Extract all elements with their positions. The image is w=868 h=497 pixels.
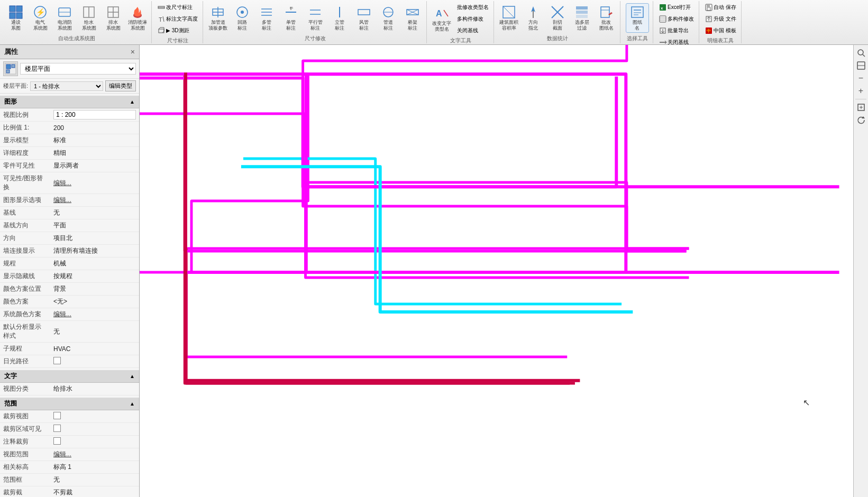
prop-label-analysis-display: 默认分析显示样式 xyxy=(0,321,50,343)
mod-text-type-icon: A xyxy=(434,6,449,21)
prop-row-view-class: 视图分类 给排水 xyxy=(0,383,139,395)
toolbar-btn-water-supply[interactable]: 电消防系统图 xyxy=(53,3,76,33)
mini-btn-minus[interactable]: − xyxy=(855,72,867,84)
toolbar-btn-general-view[interactable]: 通设系图 xyxy=(4,3,28,33)
toolbar-btn-mod-text-type[interactable]: A 改变文字类型名 xyxy=(430,4,453,34)
toolbar-btn-batch-export[interactable]: 批量导出 xyxy=(656,25,697,36)
magenta-path-top-right xyxy=(306,74,626,272)
toolbar-btn-dim-scale[interactable]: 改尺寸标注 xyxy=(155,2,200,13)
toolbar-btn-bridge[interactable]: 桥架标注 xyxy=(401,3,424,33)
toolbar-btn-water-pipe[interactable]: 管道标注 xyxy=(377,3,400,33)
svg-line-82 xyxy=(863,54,865,57)
toolbar-btn-circuit[interactable]: 回路标注 xyxy=(231,3,254,33)
cursor-indicator: ↖ xyxy=(803,398,810,407)
prop-label-scale: 视图比例 xyxy=(0,108,50,122)
btn-label-close-baseline: 关闭基线 xyxy=(457,27,478,34)
toolbar-btn-add-pipe-param[interactable]: 加管道顶板参数 xyxy=(206,3,230,33)
group-label-auto-generate: 自动生成系统图 xyxy=(58,35,95,42)
toolbar-btn-fire[interactable]: 消防喷淋系统图 xyxy=(126,3,149,33)
prop-checkbox-annotation-crop[interactable] xyxy=(53,437,61,445)
prop-value-display-model: 标准 xyxy=(50,134,139,147)
prop-link-sys-color-scheme[interactable]: 编辑... xyxy=(53,310,71,318)
mini-btn-fit[interactable] xyxy=(855,102,867,113)
mini-btn-search[interactable] xyxy=(855,47,867,59)
drainage-icon xyxy=(106,5,121,20)
prop-link-display-options[interactable]: 编辑... xyxy=(53,196,71,204)
btn-label-mod-text-type-name: 批修改类型名 xyxy=(457,4,489,11)
prop-row-detail: 详细程度 精细 xyxy=(0,147,139,160)
btn-label-add-pipe-param: 加管道顶板参数 xyxy=(208,20,227,31)
toolbar-btn-upgrade-file[interactable]: 升级 文件 xyxy=(702,14,739,24)
toolbar-btn-drainage[interactable]: 排水系统图 xyxy=(102,3,125,33)
prop-value-baseline-dir: 平面 xyxy=(50,219,139,232)
final-drawing-svg: ↖ xyxy=(140,45,853,497)
dark-red-path xyxy=(186,74,578,381)
prop-checkbox-sunpath[interactable] xyxy=(53,357,61,364)
btn-label-vertical-pipe: 立管标注 xyxy=(335,20,344,31)
section-header-shape[interactable]: 图形 ▲ xyxy=(0,96,139,108)
prop-row-annotation-crop: 注释裁剪 xyxy=(0,436,139,448)
prop-checkbox-crop-region-visible[interactable] xyxy=(53,425,61,432)
mini-btn-zoom[interactable] xyxy=(855,60,867,71)
svg-line-42 xyxy=(503,6,515,18)
prop-label-crop-region-visible: 裁剪区域可见 xyxy=(0,423,50,436)
btn-label-fire: 消防喷淋系统图 xyxy=(128,20,147,31)
btn-label-multi-control: 多管标注 xyxy=(262,20,271,31)
toolbar-btn-single-pipe[interactable]: m 单管标注 xyxy=(279,3,303,33)
edit-type-btn[interactable]: 编辑类型 xyxy=(105,80,136,91)
prop-link-view-range[interactable]: 编辑... xyxy=(53,450,71,458)
drawing-canvas-area[interactable]: ↖ xyxy=(140,45,853,497)
props-table-shape: 视图比例 比例值 1: 200 显示模型 标准 详细程度 精细 零件可见性 xyxy=(0,108,139,368)
svg-point-81 xyxy=(858,50,863,55)
toolbar-btn-plan-name[interactable]: 图纸名 xyxy=(626,3,649,33)
panel-close-btn[interactable]: × xyxy=(131,48,135,56)
toolbar-btn-excel-open[interactable]: x Excel打开 xyxy=(656,2,697,13)
toolbar-btn-multi-mod-type[interactable]: 多构件修改 xyxy=(656,14,697,24)
main-toolbar: 通设系图 ⚡ 电气系统图 电消防系统图 给水系统图 xyxy=(0,0,868,45)
toolbar-btn-3d-dim[interactable]: ▶ 3D测距 xyxy=(155,25,200,36)
toolbar-btn-clip-section[interactable]: 剖切截面 xyxy=(546,3,569,33)
drain-icon xyxy=(81,5,96,20)
building-area-icon xyxy=(501,5,516,20)
toolbar-btn-mod-plan[interactable]: 批改图纸名 xyxy=(595,3,618,33)
toolbar-btn-multi-control[interactable]: 多管标注 xyxy=(255,3,278,33)
prop-checkbox-crop-view[interactable] xyxy=(53,412,61,419)
toolbar-btn-air-duct[interactable]: 风管标注 xyxy=(352,3,376,33)
toolbar-btn-dim-text[interactable]: T 标注文字高度 xyxy=(155,14,200,24)
right-mini-toolbar: − + xyxy=(853,45,868,497)
floor-plan-select[interactable]: 1 - 给排水 xyxy=(30,81,103,91)
svg-rect-48 xyxy=(576,11,588,14)
toolbar-btn-china-template[interactable]: 中 中国 模板 xyxy=(702,25,739,36)
toolbar-btn-building-area[interactable]: 建筑面积容积率 xyxy=(497,3,520,33)
toolbar-btn-vertical-pipe[interactable]: 立管标注 xyxy=(328,3,351,33)
toolbar-btn-electrical[interactable]: ⚡ 电气系统图 xyxy=(29,3,52,33)
btn-label-single-pipe: 单管标注 xyxy=(286,20,296,31)
svg-line-40 xyxy=(444,10,448,16)
group-label-data-stats: 数据统计 xyxy=(547,35,568,42)
cyan-path xyxy=(243,167,631,312)
prop-link-visibility-override[interactable]: 编辑... xyxy=(53,179,71,187)
section-title-range: 范围 xyxy=(4,399,17,408)
prop-label-scope-box: 范围框 xyxy=(0,474,50,486)
toolbar-btn-copy-text[interactable]: 多构件修改 xyxy=(454,14,491,24)
toolbar-btn-orient[interactable]: 方向指北 xyxy=(522,3,545,33)
prop-value-cut-clip: 不剪裁 xyxy=(50,486,139,498)
toolbar-btn-select-more[interactable]: 选多层过滤 xyxy=(570,3,593,33)
mini-btn-rotate[interactable] xyxy=(855,114,867,126)
btn-label-bridge: 桥架标注 xyxy=(408,20,417,31)
section-header-range[interactable]: 范围 ▲ xyxy=(0,398,139,410)
toolbar-btn-parallel-pipe[interactable]: 平行管标注 xyxy=(304,3,327,33)
toolbar-btn-mod-text-type-name[interactable]: 批修改类型名 xyxy=(454,2,491,13)
toolbar-btn-auto-save[interactable]: 自动 保存 xyxy=(702,2,739,13)
toolbar-btn-close-baseline[interactable]: 关闭基线 xyxy=(454,25,491,36)
prop-value-detail: 精细 xyxy=(50,147,139,160)
layer-type-select[interactable]: 楼层平面 xyxy=(20,63,136,75)
mini-btn-plus[interactable]: + xyxy=(855,85,867,97)
toolbar-btn-drain[interactable]: 给水系统图 xyxy=(77,3,100,33)
group-label-text-tools: 文字工具 xyxy=(450,37,471,44)
btn-label-multi-mod-type: 多构件修改 xyxy=(668,15,694,23)
section-header-text[interactable]: 文字 ▲ xyxy=(0,370,139,383)
svg-text:⚡: ⚡ xyxy=(36,8,45,17)
toolbar-group-text-tools: A 改变文字类型名 批修改类型名 多构件修改 关闭基线 文字工具 xyxy=(428,1,494,43)
prop-input-scale[interactable] xyxy=(53,110,136,119)
